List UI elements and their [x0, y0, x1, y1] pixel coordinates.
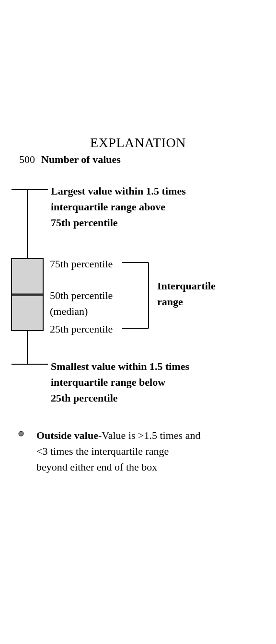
text: Outside value: [36, 429, 98, 441]
text: interquartile range below: [51, 374, 189, 390]
text: (median): [50, 303, 113, 319]
text: beyond either end of the box: [36, 459, 262, 475]
text: Smallest value within 1.5 times: [51, 358, 189, 374]
text: <3 times the interquartile range: [36, 443, 262, 459]
text: interquartile range above: [51, 199, 186, 215]
label-upper-whisker: Largest value within 1.5 times interquar…: [51, 183, 186, 230]
text: -Value is >1.5 times and: [98, 429, 200, 441]
label-25th: 25th percentile: [50, 321, 113, 337]
svg-point-11: [19, 431, 23, 436]
text: range: [157, 294, 216, 310]
text: Largest value within 1.5 times: [51, 183, 186, 199]
label-iqr: Interquartile range: [157, 278, 216, 310]
text: 75th percentile: [51, 215, 186, 230]
label-outside-value: Outside value-Value is >1.5 times and <3…: [36, 427, 262, 475]
label-75th: 75th percentile: [50, 256, 113, 272]
label-50th: 50th percentile (median): [50, 288, 113, 319]
boxplot-diagram: [0, 0, 276, 644]
text: Interquartile: [157, 278, 216, 294]
text: 50th percentile: [50, 288, 113, 303]
text: 25th percentile: [51, 390, 189, 406]
label-lower-whisker: Smallest value within 1.5 times interqua…: [51, 358, 189, 406]
